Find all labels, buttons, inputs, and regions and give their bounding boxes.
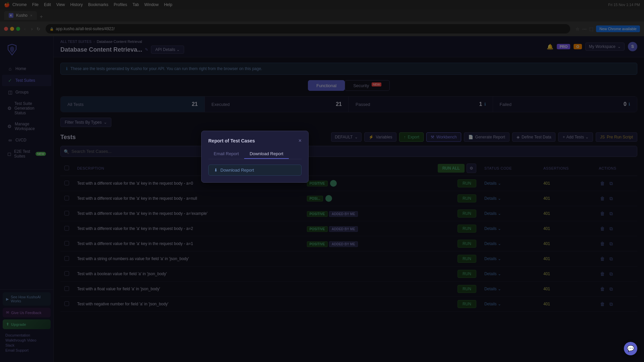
assist-icon: 💬 [627,345,634,352]
modal-tabs: Email Report Download Report [208,149,302,159]
download-report-btn[interactable]: ⬇ Download Report [208,165,302,176]
report-modal: Report of Test Cases × Email Report Down… [201,131,309,183]
modal-overlay[interactable]: Report of Test Cases × Email Report Down… [0,0,644,362]
modal-title: Report of Test Cases [208,138,255,143]
download-report-tab[interactable]: Download Report [244,149,288,159]
email-report-tab[interactable]: Email Report [208,149,244,159]
download-icon: ⬇ [214,168,218,173]
assist-btn[interactable]: 💬 [624,342,637,355]
modal-close-btn[interactable]: × [299,138,302,144]
modal-header: Report of Test Cases × [208,138,302,144]
download-report-label: Download Report [220,168,254,173]
